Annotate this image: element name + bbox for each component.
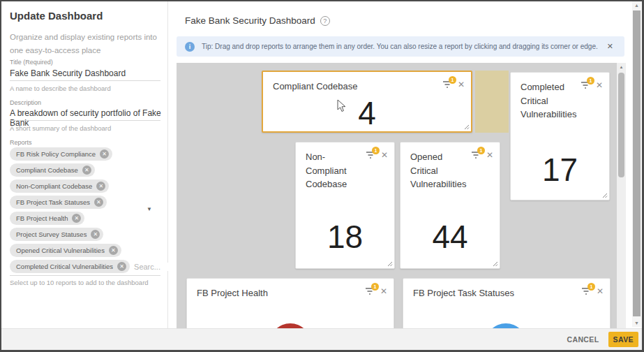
chip-label: FB Risk Policy Compliance [16, 150, 96, 158]
update-dashboard-panel: Update Dashboard Organize and display ex… [1, 1, 168, 328]
card-title: FB Project Health [197, 286, 268, 300]
save-button[interactable]: SAVE [608, 332, 638, 347]
card-title: Opened Critical Vulnerabilities [410, 150, 454, 191]
report-chip[interactable]: Project Survey Statuses✕ [10, 228, 103, 241]
dashboard-canvas: Compliant Codebase 1 ✕ 4 Completed Criti… [177, 63, 617, 328]
resize-handle-icon[interactable] [602, 193, 608, 198]
page-scrollbar[interactable]: ▲ ▼ [632, 1, 641, 327]
reports-field-helper: Select up to 10 reports to add to the da… [10, 279, 149, 286]
card-close-icon[interactable]: ✕ [486, 150, 493, 159]
resize-handle-icon[interactable] [387, 261, 393, 267]
title-field-label: Title (Required) [10, 59, 53, 66]
chip-label: Project Survey Statuses [16, 230, 87, 238]
chip-label: Compliant Codebase [16, 166, 78, 174]
canvas-scrollbar-thumb[interactable] [618, 73, 624, 177]
report-card-completed-critical-vulnerabilities[interactable]: Completed Critical Vulnerabilities 1 ✕ 1… [510, 72, 610, 200]
tip-banner: i Tip: Drag and drop reports to arrange … [177, 36, 624, 57]
chip-remove-icon[interactable]: ✕ [117, 262, 126, 271]
resize-handle-icon[interactable] [493, 261, 498, 267]
footer-bar: CANCEL SAVE [1, 328, 642, 350]
report-card-non-compliant-codebase[interactable]: Non-Compliant Codebase 1 ✕ 18 [295, 142, 395, 269]
scroll-down-icon[interactable]: ▼ [632, 321, 641, 325]
filter-badge: 1 [449, 76, 456, 84]
filter-badge: 1 [372, 147, 380, 154]
reports-search-input[interactable] [134, 263, 179, 271]
dashboard-title: Fake Bank Security Dashboard ? [185, 15, 330, 26]
filter-icon[interactable]: 1 [470, 150, 481, 160]
chip-label: FB Project Task Statuses [16, 198, 90, 206]
description-field-underline [10, 120, 160, 121]
chip-remove-icon[interactable]: ✕ [109, 246, 118, 255]
title-field-underline [10, 80, 160, 81]
filter-badge: 1 [587, 77, 594, 85]
chip-remove-icon[interactable]: ✕ [72, 214, 81, 223]
chip-label: Completed Critical Vulnerabilities [16, 263, 113, 270]
scroll-up-icon[interactable]: ▲ [617, 65, 626, 69]
chip-label: Opened Critical Vulnerabilities [16, 247, 105, 254]
scroll-up-icon[interactable]: ▲ [632, 3, 641, 8]
card-value: 17 [511, 154, 609, 186]
report-card-opened-critical-vulnerabilities[interactable]: Opened Critical Vulnerabilities 1 ✕ 44 [400, 142, 500, 269]
chip-remove-icon[interactable]: ✕ [100, 149, 109, 159]
card-close-icon[interactable]: ✕ [597, 286, 604, 295]
card-close-icon[interactable]: ✕ [596, 80, 603, 89]
reports-field-label: Reports [10, 139, 32, 146]
report-chip[interactable]: FB Risk Policy Compliance✕ [10, 147, 112, 161]
pie-chart [269, 323, 311, 328]
tip-text: Tip: Drag and drop reports to arrange th… [202, 43, 604, 50]
tip-close-icon[interactable]: ✕ [604, 41, 616, 52]
panel-subtitle: Organize and display existing reports in… [10, 31, 160, 57]
filter-icon[interactable]: 1 [365, 150, 376, 160]
title-field-helper: A name to describe the dashboard [10, 85, 111, 92]
filter-icon[interactable]: 1 [581, 286, 592, 296]
card-title: Completed Critical Vulnerabilities [521, 80, 569, 122]
card-value: 44 [400, 221, 500, 253]
report-chip[interactable]: FB Project Task Statuses✕ [10, 196, 107, 209]
report-card-compliant-codebase[interactable]: Compliant Codebase 1 ✕ 4 [262, 71, 472, 133]
filter-badge: 1 [587, 283, 595, 291]
update-dashboard-screen: Update Dashboard Organize and display ex… [1, 1, 642, 350]
cancel-button[interactable]: CANCEL [567, 335, 599, 344]
filter-badge: 1 [371, 283, 379, 291]
panel-title: Update Dashboard [10, 10, 103, 22]
card-value: 18 [296, 221, 394, 253]
help-icon[interactable]: ? [320, 16, 330, 26]
card-title: Non-Compliant Codebase [306, 150, 354, 191]
title-field-input[interactable]: Fake Bank Security Dashboard [10, 68, 126, 78]
drop-placeholder [475, 71, 509, 133]
card-title: Compliant Codebase [273, 80, 357, 94]
chip-label: FB Project Health [16, 214, 68, 222]
report-chip[interactable]: Non-Compliant Codebase✕ [10, 179, 109, 193]
card-close-icon[interactable]: ✕ [458, 80, 465, 89]
chip-label: Non-Compliant Codebase [16, 182, 92, 190]
filter-icon[interactable]: 1 [364, 286, 375, 296]
report-chip[interactable]: Compliant Codebase✕ [10, 163, 95, 177]
pie-chart [485, 323, 527, 328]
info-icon: i [185, 42, 195, 52]
chip-remove-icon[interactable]: ✕ [94, 198, 103, 207]
reports-field-underline [10, 275, 160, 276]
card-close-icon[interactable]: ✕ [381, 150, 388, 159]
report-card-fb-project-task-statuses[interactable]: FB Project Task Statuses 1 ✕ [403, 278, 611, 328]
filter-badge: 1 [477, 147, 485, 154]
chip-remove-icon[interactable]: ✕ [82, 166, 91, 175]
description-field-label: Description [10, 99, 41, 106]
resize-handle-icon[interactable] [464, 124, 470, 130]
selected-reports-list: FB Risk Policy Compliance✕ Compliant Cod… [10, 147, 179, 273]
reports-dropdown-caret-icon[interactable]: ▼ [147, 206, 152, 212]
canvas-scrollbar[interactable]: ▲ [617, 63, 626, 328]
dashboard-title-text: Fake Bank Security Dashboard [185, 15, 315, 26]
filter-icon[interactable]: 1 [580, 80, 591, 90]
card-title: FB Project Task Statuses [413, 286, 514, 300]
card-close-icon[interactable]: ✕ [380, 286, 387, 295]
report-card-fb-project-health[interactable]: FB Project Health 1 ✕ [186, 278, 394, 328]
app-window: Update Dashboard Organize and display ex… [0, 0, 644, 352]
report-chip[interactable]: FB Project Health✕ [10, 212, 84, 225]
mouse-cursor [337, 99, 347, 113]
report-chip[interactable]: Opened Critical Vulnerabilities✕ [10, 244, 121, 257]
report-chip[interactable]: Completed Critical Vulnerabilities✕ [10, 260, 130, 273]
chip-remove-icon[interactable]: ✕ [96, 182, 105, 191]
chip-remove-icon[interactable]: ✕ [91, 230, 100, 239]
filter-icon[interactable]: 1 [442, 80, 453, 89]
page-scrollbar-thumb[interactable] [633, 10, 641, 316]
